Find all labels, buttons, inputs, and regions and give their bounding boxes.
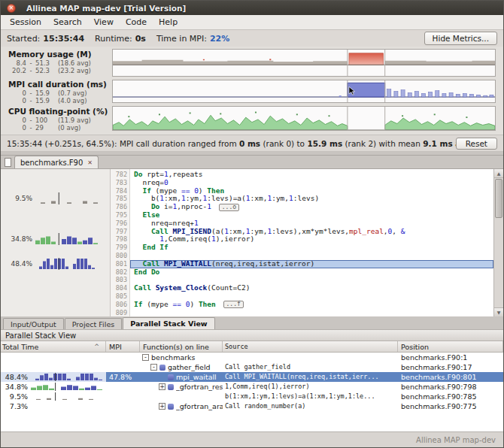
column-header-function-s-on-line[interactable]: Function(s) on line xyxy=(140,341,223,352)
menu-bar: SessionSearchViewCodeHelp xyxy=(1,15,503,30)
selection-summary-text: 15:35:44 (+0.251s, 64.5%): MPI call dura… xyxy=(7,139,456,148)
line-number: 782 xyxy=(111,171,129,179)
gutter-activity-mark: 9.5% xyxy=(1,192,110,204)
scroll-up-icon[interactable]: ▲ xyxy=(494,169,503,178)
scrollbar-thumb[interactable] xyxy=(495,179,502,218)
metric-section: Memory usage (M)8.4-51.3(18.6 avg)20.2-5… xyxy=(8,50,109,74)
stack-row-mpi_waitall[interactable]: 48.4%47.8%mpi_waitallCall MPI_WAITALL(nr… xyxy=(1,372,503,382)
gutter-activity-mark: 48.4% xyxy=(1,258,110,270)
function-name: gather_field xyxy=(168,362,211,372)
editor-tab-benchmarks[interactable]: benchmarks.F90 ✕ xyxy=(14,156,99,168)
collapse-icon[interactable]: - xyxy=(142,354,149,361)
code-line-801[interactable]: Call MPI_WAITALL(nreq,ireq,istat,ierror) xyxy=(130,260,493,268)
function-name: _gfortran_arando... xyxy=(176,401,223,411)
status-text: Allinea MAP map-dev xyxy=(416,436,496,444)
column-header-position[interactable]: Position xyxy=(398,341,503,352)
line-time-percent: 48.4% xyxy=(1,260,32,268)
line-number: 802 xyxy=(111,268,129,277)
source-code-cell: Call MPI_WAITALL(nreq,ireq,istat,ierr... xyxy=(223,372,398,382)
expand-icon[interactable]: + xyxy=(159,383,165,390)
column-header-mpi[interactable]: MPI xyxy=(106,341,140,352)
code-line-809[interactable] xyxy=(130,309,493,316)
window-title: Allinea MAP map-dev [Trial Version] xyxy=(26,4,186,13)
code-area[interactable]: Do rpt=1,repeats nreq=0 If (mype == 0) T… xyxy=(130,169,493,316)
code-line-806[interactable]: If (mype == 0) Then ...f xyxy=(130,301,493,309)
run-info-bar: Started: 15:35:44 Runtime: 0s Time in MP… xyxy=(1,30,503,47)
position-cell: benchmarks.F90:1 xyxy=(398,353,503,362)
mpi-call-duration-chart[interactable] xyxy=(112,80,496,103)
memory-usage-chart[interactable] xyxy=(112,49,496,77)
menu-item-view[interactable]: View xyxy=(88,16,120,29)
line-number: 803 xyxy=(111,276,129,284)
activity-sparkline xyxy=(35,258,105,270)
code-line-798[interactable]: 1,Comm,ireq(1),ierror) xyxy=(130,235,493,244)
code-fold-marker[interactable]: ...f xyxy=(223,301,244,308)
metric-title: Memory usage (M) xyxy=(8,50,109,59)
tab-input-output[interactable]: Input/Output xyxy=(3,318,64,329)
code-line-804[interactable]: Call System_Clock(Count=C2) xyxy=(130,284,493,292)
stack-row-gather_field[interactable]: -gather_fieldCall gather_fieldbenchmarks… xyxy=(1,362,503,372)
tab-parallel-stack-view[interactable]: Parallel Stack View xyxy=(123,317,214,329)
position-cell: benchmarks.F90:17 xyxy=(398,362,503,372)
cpu-floating-point-chart[interactable] xyxy=(112,106,496,131)
line-number: 797 xyxy=(111,228,129,236)
stack-row-_gfortran_resha[interactable]: 34.8%+_gfortran_resha...1,Comm,ireq(1),i… xyxy=(1,382,503,392)
line-number: 783 xyxy=(111,179,129,187)
line-number: 806 xyxy=(111,301,129,309)
position-cell: benchmarks.F90:775 xyxy=(398,401,503,411)
hide-metrics-button[interactable]: Hide Metrics... xyxy=(424,32,497,45)
sort-indicator-icon: ^ xyxy=(94,344,99,350)
editor-scrollbar[interactable]: ▲ ▼ xyxy=(493,169,503,316)
line-number: 804 xyxy=(111,284,129,292)
close-icon[interactable]: × xyxy=(7,4,16,13)
stack-row-_gfortran_arando[interactable]: 7.3%+_gfortran_arando...Call random_numb… xyxy=(1,401,503,411)
scroll-down-icon[interactable]: ▼ xyxy=(494,307,503,316)
position-cell: benchmarks.F90:801 xyxy=(398,372,503,382)
time-in-mpi-label: Time in MPI: xyxy=(156,34,207,44)
source-code-cell: 1,Comm,ireq(1),ierror) xyxy=(223,382,398,392)
runtime-label: Runtime: xyxy=(95,34,132,44)
stack-row-source-line[interactable]: 9.5%b(1:xm,1:ym,1:levs)=a(1:xm,1:ym,1:le… xyxy=(1,392,503,401)
line-number-column: 7827837847857867957967977987998008018028… xyxy=(111,169,130,316)
code-line-802[interactable]: End Do xyxy=(130,268,493,277)
metric-section: CPU floating-point (%)0-100(11.9 avg)0-2… xyxy=(8,107,109,132)
stack-row-benchmarks[interactable]: -benchmarksbenchmarks.F90:1 xyxy=(1,353,503,362)
menu-item-code[interactable]: Code xyxy=(120,16,153,29)
metric-labels: Memory usage (M)8.4-51.3(18.6 avg)20.2-5… xyxy=(1,47,111,135)
metrics-panel: Memory usage (M)8.4-51.3(18.6 avg)20.2-5… xyxy=(1,47,503,135)
line-number: 800 xyxy=(111,252,129,260)
tab-project-files[interactable]: Project Files xyxy=(65,318,122,329)
menu-item-search[interactable]: Search xyxy=(47,16,88,29)
code-line-782[interactable]: Do rpt=1,repeats xyxy=(130,171,493,179)
menu-item-session[interactable]: Session xyxy=(4,16,47,29)
bottom-tab-bar: Input/OutputProject FilesParallel Stack … xyxy=(1,316,503,329)
editor-activity-gutter: 9.5%34.8%48.4% xyxy=(1,169,111,316)
menu-item-help[interactable]: Help xyxy=(153,16,184,29)
mpi-percent xyxy=(106,362,140,372)
total-time-percent: 7.3% xyxy=(2,401,28,411)
metric-range-row: 0-15.9(4.0 avg) xyxy=(8,97,109,104)
code-line-799[interactable]: End If xyxy=(130,244,493,252)
metric-range-row: 0-100(11.9 avg) xyxy=(8,117,109,124)
function-name: benchmarks xyxy=(151,353,196,362)
line-number: 798 xyxy=(111,235,129,244)
code-fold-marker[interactable]: ...o xyxy=(219,204,239,211)
column-header-source[interactable]: Source xyxy=(223,341,398,352)
code-line-786[interactable]: Do i=1,nproc-1 ...o xyxy=(130,203,493,211)
document-icon xyxy=(5,158,11,167)
tab-close-icon[interactable]: ✕ xyxy=(87,159,93,166)
collapse-icon[interactable]: - xyxy=(150,364,157,371)
app-window: × Allinea MAP map-dev [Trial Version] Se… xyxy=(0,0,504,448)
function-icon xyxy=(168,374,174,380)
line-number: 784 xyxy=(111,187,129,195)
column-header-total-time[interactable]: Total Time^ xyxy=(1,341,106,352)
editor-tab-label: benchmarks.F90 xyxy=(20,159,83,167)
activity-sparkline xyxy=(31,373,103,381)
gutter-activity-mark: 34.8% xyxy=(1,233,110,245)
reset-button[interactable]: Reset xyxy=(456,138,497,150)
source-code-cell xyxy=(223,353,398,362)
source-code-cell: b(1:xm,1:ym,1:levs)=a(1:xm,1:ym,1:le... xyxy=(223,392,398,401)
mpi-percent xyxy=(106,392,140,401)
stack-table-header: Total Time^MPIFunction(s) on lineSourceP… xyxy=(1,341,503,353)
expand-icon[interactable]: + xyxy=(159,403,165,410)
